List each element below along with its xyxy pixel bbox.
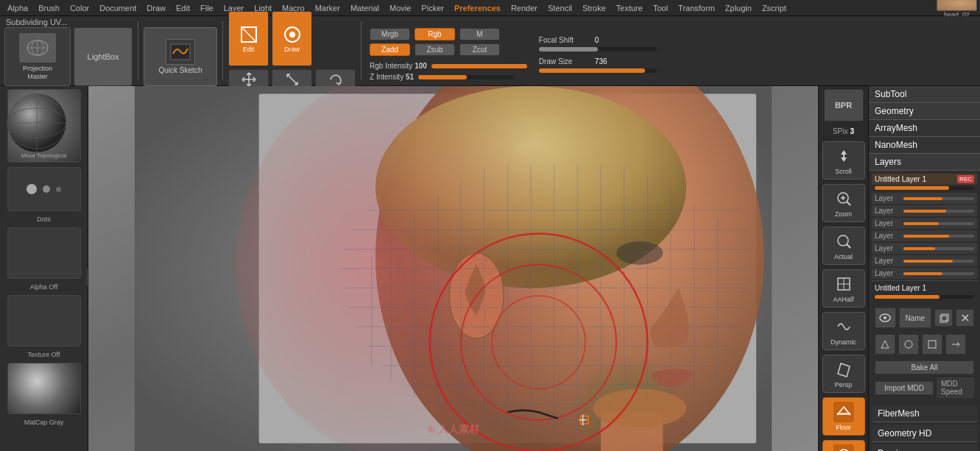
layers-section-header[interactable]: Layers	[869, 154, 980, 171]
layer-row-4[interactable]: Layer	[872, 230, 977, 241]
nanomesh-section[interactable]: NanoMesh	[869, 137, 980, 154]
focal-shift-slider[interactable]	[539, 47, 657, 52]
draw-size-slider[interactable]	[539, 68, 657, 73]
layer-untitled-active[interactable]: Untitled Layer 1 REC	[872, 174, 977, 185]
menu-item-stroke[interactable]: Stroke	[578, 2, 610, 14]
layer-delete-button[interactable]	[956, 309, 974, 327]
menu-item-render[interactable]: Render	[507, 2, 542, 14]
dot-medium	[43, 185, 50, 193]
layer-slider-2[interactable]	[903, 210, 974, 213]
layer-slider-6[interactable]	[903, 260, 974, 263]
layer-row-3[interactable]: Layer	[872, 218, 977, 229]
dynamic-button[interactable]: Dynamic	[822, 312, 865, 350]
layer-row-6[interactable]: Layer	[872, 255, 977, 266]
geometry-section[interactable]: Geometry	[869, 103, 980, 120]
matcap-preview[interactable]	[7, 363, 81, 414]
layer-btn-d[interactable]	[945, 334, 966, 355]
viewport-nav: BPR SPix 3 Scroll	[819, 86, 869, 451]
rgb-intensity-slider[interactable]	[431, 64, 527, 68]
main-toolbar: Subdividing UV... ProjectionMaster Light…	[0, 16, 980, 86]
actual-label: Actual	[834, 253, 853, 260]
local-button[interactable]: Local	[822, 440, 865, 451]
bpr-button[interactable]: BPR	[824, 89, 864, 121]
layer-row-2[interactable]: Layer	[872, 205, 977, 216]
mrgb-button[interactable]: Mrgb	[370, 28, 410, 40]
head-svg	[88, 86, 818, 451]
layer-slider-5[interactable]	[903, 247, 974, 250]
edit-button[interactable]: Edit	[228, 11, 269, 66]
layer-slider-7[interactable]	[903, 272, 974, 275]
mdd-speed-slider[interactable]: MDD Speed	[937, 377, 974, 398]
focal-shift-label: Focal Shift	[539, 36, 591, 44]
persp-button[interactable]: Persp	[822, 355, 865, 393]
menu-item-zplugin[interactable]: Zplugin	[721, 2, 756, 14]
zsub-button[interactable]: Zsub	[415, 43, 455, 56]
menu-item-stencil[interactable]: Stencil	[543, 2, 577, 14]
menu-item-tool[interactable]: Tool	[649, 2, 672, 14]
quick-sketch-button[interactable]: Quick Sketch	[144, 27, 217, 86]
draw-size-label: Draw Size	[539, 57, 591, 65]
right-info-panel: SubTool Geometry ArrayMesh NanoMesh Laye…	[869, 86, 980, 451]
import-mdd-button[interactable]: Import MDD	[875, 381, 934, 395]
alpha-preview[interactable]	[7, 227, 81, 279]
brush-name-label: Move Topological	[21, 152, 67, 159]
viewport-canvas[interactable]: ⊕ 人人素材	[88, 86, 818, 451]
preview-section[interactable]: Preview	[872, 445, 977, 451]
menu-item-movie[interactable]: Movie	[385, 2, 415, 14]
layer-copy-button[interactable]	[934, 309, 953, 327]
aahalf-button[interactable]: AAHalf	[822, 269, 865, 308]
menu-item-edit[interactable]: Edit	[172, 2, 194, 14]
menu-item-document[interactable]: Document	[95, 2, 141, 14]
menu-item-zscript[interactable]: Zscript	[758, 2, 791, 14]
layer-row-1[interactable]: Layer	[872, 193, 977, 204]
stroke-preview[interactable]	[7, 167, 81, 211]
menu-item-alpha[interactable]: Alpha	[3, 2, 32, 14]
layer-btn-c[interactable]	[922, 334, 942, 355]
layer-eye-toggle[interactable]	[875, 308, 896, 328]
menu-item-texture[interactable]: Texture	[612, 2, 647, 14]
menu-item-draw[interactable]: Draw	[142, 2, 170, 14]
z-intensity-slider[interactable]	[418, 75, 514, 79]
projection-master-button[interactable]: ProjectionMaster	[4, 27, 71, 86]
floor-button[interactable]: Floor	[822, 397, 865, 436]
layer-btn-a[interactable]	[875, 334, 895, 355]
untitled-layer-slider[interactable]	[875, 186, 974, 190]
subtool-section[interactable]: SubTool	[869, 86, 980, 103]
main-layout: ◀ Move Topological	[0, 86, 980, 451]
bake-all-button[interactable]: Bake All	[875, 361, 974, 374]
watermark: ⊕ 人人素材	[427, 419, 479, 436]
brush-preview[interactable]: Move Topological	[7, 89, 81, 163]
left-panel: ◀ Move Topological	[0, 86, 88, 451]
layer-row-7[interactable]: Layer	[872, 268, 977, 279]
layer-btn-b[interactable]	[898, 334, 919, 355]
m-button[interactable]: M	[459, 28, 500, 40]
layer-row-5[interactable]: Layer	[872, 243, 977, 254]
fibermesh-section[interactable]: FiberMesh	[872, 405, 977, 422]
menu-item-transform[interactable]: Transform	[674, 2, 719, 14]
zadd-button[interactable]: Zadd	[370, 43, 410, 56]
selected-layer-intensity-slider[interactable]	[875, 295, 974, 299]
svg-line-64	[847, 244, 850, 248]
layer-slider-1[interactable]	[903, 197, 974, 200]
lightbox-button[interactable]: LightBox	[74, 27, 133, 86]
texture-preview[interactable]	[7, 295, 81, 347]
scroll-button[interactable]: Scroll	[822, 141, 865, 180]
menu-item-color[interactable]: Color	[66, 2, 94, 14]
zoom-button[interactable]: Zoom	[822, 184, 865, 222]
menu-item-brush[interactable]: Brush	[34, 2, 64, 14]
layer-slider-3[interactable]	[903, 222, 974, 225]
right-panel: BPR SPix 3 Scroll	[818, 86, 980, 451]
zcut-button[interactable]: Zcut	[459, 43, 500, 56]
geometry-hd-section[interactable]: Geometry HD	[872, 425, 977, 442]
layer-name-button[interactable]: Name	[899, 308, 931, 328]
arraymesh-section[interactable]: ArrayMesh	[869, 120, 980, 137]
svg-point-51	[593, 389, 686, 428]
menu-item-preferences[interactable]: Preferences	[450, 2, 505, 14]
menu-item-file[interactable]: File	[196, 2, 218, 14]
layer-slider-4[interactable]	[903, 235, 974, 238]
aahalf-label: AAHalf	[833, 296, 853, 303]
draw-button[interactable]: Draw	[272, 11, 312, 66]
menu-item-picker[interactable]: Picker	[417, 2, 448, 14]
rgb-button[interactable]: Rgb	[415, 28, 455, 40]
actual-button[interactable]: Actual	[822, 227, 865, 265]
